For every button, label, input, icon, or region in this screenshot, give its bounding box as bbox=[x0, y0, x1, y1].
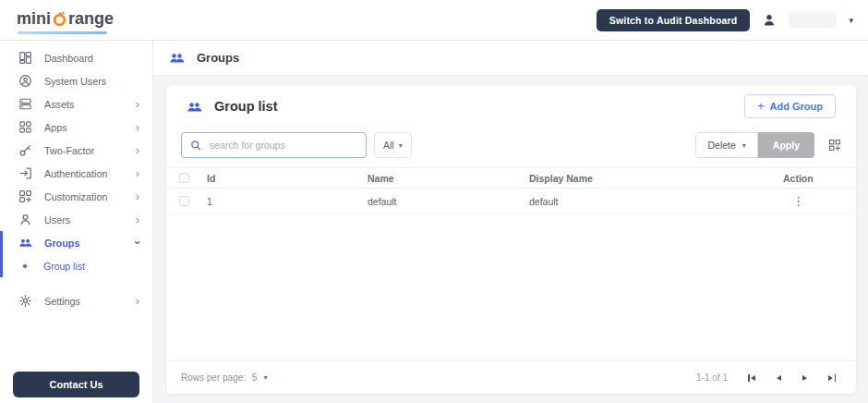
caret-down-icon: ▾ bbox=[742, 141, 746, 150]
table-header-row: Id Name Display Name Action bbox=[166, 167, 856, 189]
apps-icon bbox=[18, 120, 32, 134]
sidebar-item-label: Groups bbox=[44, 238, 136, 249]
cell-display-name: default bbox=[529, 196, 783, 207]
sidebar-nav: DashboardSystem UsersAssets›Apps›Two-Fac… bbox=[0, 41, 152, 312]
sidebar: DashboardSystem UsersAssets›Apps›Two-Fac… bbox=[0, 41, 153, 403]
caret-down-icon: ▾ bbox=[399, 141, 403, 150]
chevron-down-icon: › bbox=[131, 240, 143, 244]
rows-per-page-value[interactable]: 5 bbox=[252, 372, 258, 383]
filter-all-dropdown[interactable]: All ▾ bbox=[374, 132, 412, 158]
sidebar-item-apps[interactable]: Apps› bbox=[0, 116, 152, 139]
sidebar-item-label: Authentication bbox=[44, 168, 136, 179]
authentication-icon bbox=[18, 166, 32, 180]
groups-icon bbox=[18, 236, 32, 250]
apply-button[interactable]: Apply bbox=[758, 132, 814, 158]
table-empty-space bbox=[166, 214, 856, 360]
assets-icon bbox=[18, 97, 32, 111]
users-icon bbox=[18, 213, 32, 226]
logo-underline bbox=[18, 31, 107, 34]
switch-audit-dashboard-button[interactable]: Switch to Audit Dashboard bbox=[597, 9, 751, 31]
sidebar-item-authentication[interactable]: Authentication› bbox=[0, 162, 152, 185]
table-toolbar: All ▾ Delete ▾ Apply bbox=[166, 127, 856, 167]
table-row: 1defaultdefault⋮ bbox=[166, 189, 856, 214]
page-header: Groups bbox=[153, 41, 868, 75]
sidebar-item-label: System Users bbox=[44, 76, 139, 87]
sidebar-item-label: Apps bbox=[44, 122, 136, 133]
settings-icon bbox=[18, 294, 32, 308]
table-body: 1defaultdefault⋮ bbox=[166, 189, 856, 214]
sidebar-item-system-users[interactable]: System Users bbox=[0, 69, 152, 92]
sidebar-item-label: Group list bbox=[43, 261, 139, 272]
groups-icon bbox=[187, 99, 202, 115]
groups-icon bbox=[169, 50, 185, 66]
column-settings-icon[interactable] bbox=[828, 139, 841, 152]
filter-all-label: All bbox=[383, 140, 394, 151]
customization-icon bbox=[18, 189, 32, 203]
table-footer: Rows per page: 5 ▾ 1-1 of 1 bbox=[166, 360, 856, 394]
user-menu-caret-icon[interactable]: ▾ bbox=[849, 16, 853, 25]
pagination-range-label: 1-1 of 1 bbox=[696, 372, 728, 383]
select-all-checkbox[interactable] bbox=[179, 173, 189, 183]
contact-us-button[interactable]: Contact Us bbox=[13, 372, 139, 397]
sidebar-item-label: Two-Factor bbox=[44, 145, 136, 156]
column-header-name: Name bbox=[368, 173, 529, 184]
pagination-controls bbox=[748, 374, 836, 382]
page-title: Groups bbox=[197, 51, 239, 65]
sidebar-item-users[interactable]: Users› bbox=[0, 208, 152, 231]
orange-ring-icon bbox=[52, 11, 67, 27]
previous-page-button[interactable] bbox=[777, 375, 781, 381]
first-page-button[interactable] bbox=[748, 374, 755, 382]
chevron-right-icon: › bbox=[136, 121, 139, 133]
row-checkbox[interactable] bbox=[179, 196, 189, 206]
card-header: Group list + Add Group bbox=[166, 85, 856, 127]
topbar: mini range Switch to Audit Dashboard ▾ bbox=[0, 0, 868, 41]
sidebar-item-two-factor[interactable]: Two-Factor› bbox=[0, 139, 152, 162]
column-header-display-name: Display Name bbox=[529, 173, 783, 184]
two-factor-icon bbox=[18, 143, 32, 157]
sidebar-item-label: Settings bbox=[44, 296, 136, 307]
chevron-right-icon: › bbox=[136, 98, 139, 110]
dashboard-icon bbox=[18, 51, 32, 65]
sidebar-item-label: Customization bbox=[44, 191, 136, 202]
sidebar-item-settings[interactable]: Settings› bbox=[0, 289, 152, 312]
username-redacted bbox=[789, 12, 837, 28]
search-input[interactable] bbox=[210, 140, 357, 151]
next-page-button[interactable] bbox=[802, 375, 807, 381]
rows-per-page-label: Rows per page: bbox=[181, 372, 246, 383]
system-users-icon bbox=[18, 74, 32, 88]
group-search-box bbox=[181, 132, 367, 158]
main-content: Groups Group list + Add Group bbox=[153, 41, 868, 403]
delete-dropdown[interactable]: Delete ▾ bbox=[695, 132, 757, 158]
plus-icon: + bbox=[757, 102, 765, 111]
miniorange-logo[interactable]: mini range bbox=[17, 9, 114, 31]
column-header-id: Id bbox=[207, 173, 368, 184]
sidebar-item-group-list[interactable]: Group list bbox=[0, 254, 152, 277]
chevron-right-icon: › bbox=[136, 167, 139, 179]
sidebar-item-customization[interactable]: Customization› bbox=[0, 185, 152, 208]
sidebar-item-label: Users bbox=[44, 214, 136, 226]
search-icon bbox=[190, 140, 201, 151]
chevron-right-icon: › bbox=[136, 190, 139, 202]
last-page-button[interactable] bbox=[828, 374, 836, 382]
cell-id: 1 bbox=[207, 196, 368, 207]
chevron-right-icon: › bbox=[136, 144, 139, 156]
column-header-action: Action bbox=[783, 173, 856, 184]
chevron-right-icon: › bbox=[136, 295, 139, 307]
caret-down-icon[interactable]: ▾ bbox=[264, 373, 268, 382]
sidebar-item-assets[interactable]: Assets› bbox=[0, 92, 152, 116]
add-group-button[interactable]: + Add Group bbox=[744, 94, 836, 118]
sidebar-item-label: Dashboard bbox=[44, 53, 139, 64]
delete-label: Delete bbox=[707, 140, 735, 151]
row-actions-kebab-icon[interactable]: ⋮ bbox=[792, 194, 803, 208]
add-group-label: Add Group bbox=[770, 101, 823, 112]
cell-name: default bbox=[368, 196, 529, 207]
bullet-dot-icon bbox=[23, 264, 27, 268]
sidebar-item-label: Assets bbox=[44, 99, 136, 110]
logo-text-range: range bbox=[68, 9, 114, 29]
group-list-card: Group list + Add Group All ▾ bbox=[166, 85, 856, 394]
card-title: Group list bbox=[214, 99, 744, 114]
sidebar-item-dashboard[interactable]: Dashboard bbox=[0, 46, 152, 69]
sidebar-item-groups[interactable]: Groups› bbox=[0, 231, 152, 254]
user-avatar-icon[interactable] bbox=[762, 13, 777, 28]
logo-text-mini: mini bbox=[17, 9, 51, 29]
